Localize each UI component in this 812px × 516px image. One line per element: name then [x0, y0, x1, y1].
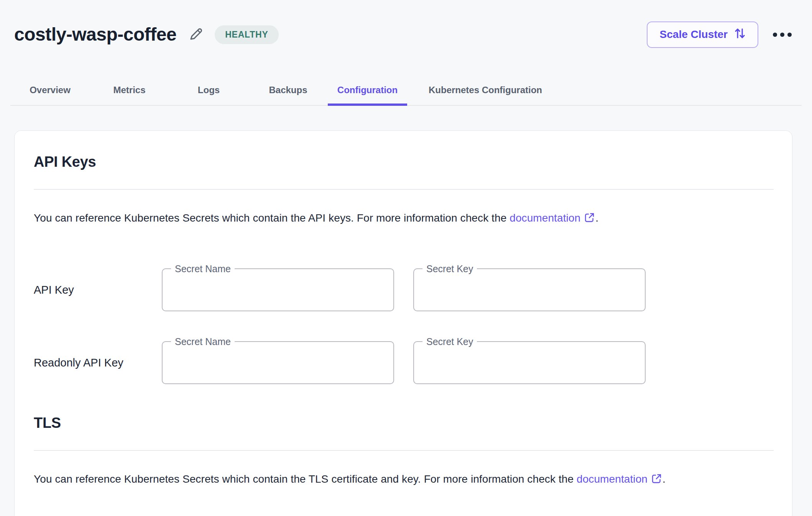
- api-key-secret-name-input[interactable]: [163, 269, 393, 311]
- api-key-row: API Key Secret Name Secret Key: [34, 268, 774, 311]
- api-key-row-label: API Key: [34, 284, 162, 296]
- scale-cluster-button[interactable]: Scale Cluster: [647, 21, 758, 48]
- api-key-secret-key-field: Secret Key: [413, 268, 646, 311]
- pencil-icon: [188, 26, 204, 43]
- tls-heading: TLS: [34, 414, 774, 432]
- api-keys-heading: API Keys: [34, 153, 774, 171]
- ellipsis-icon: [773, 33, 777, 37]
- readonly-api-key-secret-key-input[interactable]: [414, 342, 645, 383]
- api-key-secret-key-input[interactable]: [414, 269, 645, 311]
- more-options-button[interactable]: [772, 29, 792, 41]
- configuration-panel: API Keys You can reference Kubernetes Se…: [14, 130, 792, 516]
- cluster-header: costly-wasp-coffee HEALTHY Scale Cluster: [14, 20, 792, 49]
- api-key-secret-name-field: Secret Name: [162, 268, 394, 311]
- readonly-api-key-secret-name-input[interactable]: [163, 342, 393, 383]
- scale-arrows-icon: [733, 26, 747, 43]
- api-keys-documentation-link[interactable]: documentation: [510, 212, 580, 224]
- page-title: costly-wasp-coffee: [14, 21, 176, 48]
- status-badge: HEALTHY: [215, 25, 279, 44]
- readonly-api-key-row: Readonly API Key Secret Name Secret Key: [34, 341, 774, 384]
- section-divider: [34, 189, 774, 190]
- field-floating-label: Secret Name: [171, 263, 235, 274]
- tab-configuration[interactable]: Configuration: [328, 75, 407, 105]
- section-divider: [34, 450, 774, 451]
- tab-logs[interactable]: Logs: [169, 75, 248, 105]
- field-floating-label: Secret Key: [422, 336, 477, 347]
- tab-overview[interactable]: Overview: [10, 75, 90, 105]
- external-link-icon[interactable]: [651, 475, 662, 487]
- api-keys-description: You can reference Kubernetes Secrets whi…: [34, 208, 774, 230]
- tls-description: You can reference Kubernetes Secrets whi…: [34, 469, 774, 491]
- field-floating-label: Secret Name: [171, 336, 235, 347]
- tab-kubernetes-configuration[interactable]: Kubernetes Configuration: [407, 75, 564, 105]
- edit-cluster-name-button[interactable]: [188, 26, 204, 43]
- tab-metrics[interactable]: Metrics: [90, 75, 169, 105]
- api-keys-form: API Key Secret Name Secret Key Readonly …: [34, 268, 774, 384]
- external-link-icon[interactable]: [584, 214, 595, 226]
- active-tab-indicator: [328, 104, 407, 106]
- tab-backups[interactable]: Backups: [248, 75, 328, 105]
- tls-documentation-link[interactable]: documentation: [577, 473, 648, 485]
- cluster-tabs: Overview Metrics Logs Backups Configurat…: [10, 75, 802, 106]
- readonly-api-key-row-label: Readonly API Key: [34, 357, 162, 369]
- readonly-api-key-secret-key-field: Secret Key: [413, 341, 646, 384]
- readonly-api-key-secret-name-field: Secret Name: [162, 341, 394, 384]
- field-floating-label: Secret Key: [422, 263, 477, 274]
- scale-cluster-button-label: Scale Cluster: [660, 28, 728, 41]
